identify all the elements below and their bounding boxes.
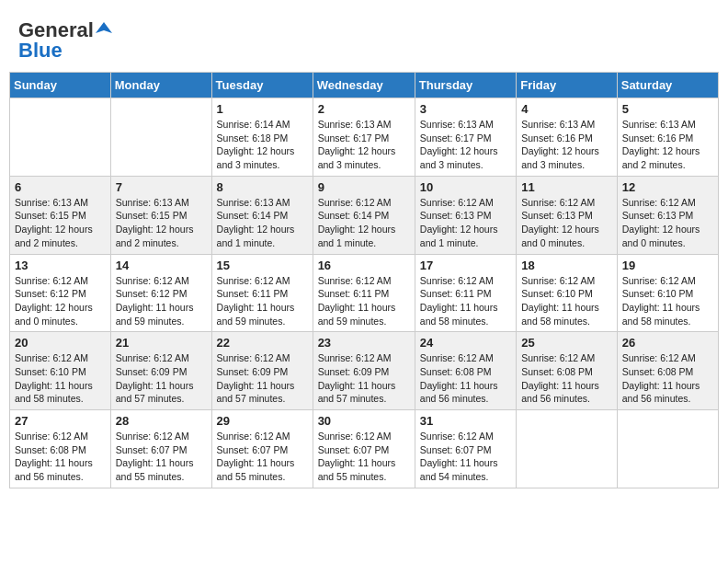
- calendar-cell: 25Sunrise: 6:12 AM Sunset: 6:08 PM Dayli…: [517, 332, 618, 410]
- day-info: Sunrise: 6:12 AM Sunset: 6:08 PM Dayligh…: [15, 430, 106, 484]
- day-number: 30: [318, 414, 410, 428]
- calendar-table: SundayMondayTuesdayWednesdayThursdayFrid…: [9, 72, 719, 488]
- logo-blue-text: Blue: [18, 39, 63, 63]
- calendar-cell: 18Sunrise: 6:12 AM Sunset: 6:10 PM Dayli…: [517, 254, 618, 332]
- day-number: 4: [521, 102, 612, 116]
- calendar-cell: 8Sunrise: 6:13 AM Sunset: 6:14 PM Daylig…: [211, 176, 313, 254]
- calendar-cell: 27Sunrise: 6:12 AM Sunset: 6:08 PM Dayli…: [10, 410, 111, 488]
- calendar-cell: 4Sunrise: 6:13 AM Sunset: 6:16 PM Daylig…: [517, 98, 618, 177]
- day-info: Sunrise: 6:14 AM Sunset: 6:18 PM Dayligh…: [217, 118, 308, 172]
- day-info: Sunrise: 6:12 AM Sunset: 6:10 PM Dayligh…: [521, 274, 612, 328]
- day-header-friday: Friday: [517, 73, 618, 98]
- calendar-cell: 7Sunrise: 6:13 AM Sunset: 6:15 PM Daylig…: [110, 176, 211, 254]
- calendar-cell: 9Sunrise: 6:12 AM Sunset: 6:14 PM Daylig…: [313, 176, 415, 254]
- day-number: 25: [521, 336, 612, 350]
- day-number: 27: [15, 414, 106, 428]
- calendar-cell: 13Sunrise: 6:12 AM Sunset: 6:12 PM Dayli…: [10, 254, 111, 332]
- day-number: 8: [217, 180, 308, 194]
- day-info: Sunrise: 6:13 AM Sunset: 6:16 PM Dayligh…: [521, 118, 612, 172]
- day-info: Sunrise: 6:12 AM Sunset: 6:13 PM Dayligh…: [622, 196, 713, 250]
- calendar-cell: 10Sunrise: 6:12 AM Sunset: 6:13 PM Dayli…: [415, 176, 516, 254]
- day-info: Sunrise: 6:13 AM Sunset: 6:17 PM Dayligh…: [420, 118, 511, 172]
- day-header-thursday: Thursday: [415, 73, 516, 98]
- calendar-cell: [517, 410, 618, 488]
- day-info: Sunrise: 6:12 AM Sunset: 6:08 PM Dayligh…: [521, 351, 612, 406]
- header: General Blue: [9, 9, 719, 67]
- svg-marker-0: [96, 22, 112, 33]
- day-number: 15: [217, 259, 308, 272]
- day-number: 23: [318, 336, 410, 350]
- day-info: Sunrise: 6:12 AM Sunset: 6:13 PM Dayligh…: [420, 196, 511, 250]
- calendar-cell: 2Sunrise: 6:13 AM Sunset: 6:17 PM Daylig…: [313, 98, 415, 177]
- calendar-week-5: 27Sunrise: 6:12 AM Sunset: 6:08 PM Dayli…: [10, 410, 719, 488]
- day-header-tuesday: Tuesday: [211, 73, 313, 98]
- day-number: 7: [116, 180, 207, 194]
- calendar-cell: 3Sunrise: 6:13 AM Sunset: 6:17 PM Daylig…: [415, 98, 516, 177]
- day-number: 9: [318, 180, 410, 194]
- day-info: Sunrise: 6:12 AM Sunset: 6:08 PM Dayligh…: [622, 351, 713, 406]
- calendar-cell: 26Sunrise: 6:12 AM Sunset: 6:08 PM Dayli…: [617, 332, 718, 410]
- day-number: 11: [521, 180, 612, 194]
- day-info: Sunrise: 6:12 AM Sunset: 6:07 PM Dayligh…: [217, 430, 308, 484]
- day-header-monday: Monday: [110, 73, 211, 98]
- day-info: Sunrise: 6:12 AM Sunset: 6:11 PM Dayligh…: [318, 274, 410, 328]
- day-number: 6: [15, 180, 106, 194]
- calendar-cell: [10, 98, 111, 177]
- day-info: Sunrise: 6:12 AM Sunset: 6:13 PM Dayligh…: [521, 196, 612, 250]
- day-info: Sunrise: 6:12 AM Sunset: 6:08 PM Dayligh…: [420, 351, 511, 406]
- calendar-cell: 29Sunrise: 6:12 AM Sunset: 6:07 PM Dayli…: [211, 410, 313, 488]
- day-number: 3: [420, 102, 511, 116]
- day-info: Sunrise: 6:12 AM Sunset: 6:09 PM Dayligh…: [116, 351, 207, 406]
- day-number: 22: [217, 336, 308, 350]
- day-info: Sunrise: 6:12 AM Sunset: 6:12 PM Dayligh…: [116, 274, 207, 328]
- day-number: 13: [15, 259, 106, 272]
- day-number: 12: [622, 180, 713, 194]
- calendar-cell: 12Sunrise: 6:12 AM Sunset: 6:13 PM Dayli…: [617, 176, 718, 254]
- calendar-cell: 17Sunrise: 6:12 AM Sunset: 6:11 PM Dayli…: [415, 254, 516, 332]
- day-info: Sunrise: 6:12 AM Sunset: 6:07 PM Dayligh…: [116, 430, 207, 484]
- calendar-cell: 21Sunrise: 6:12 AM Sunset: 6:09 PM Dayli…: [110, 332, 211, 410]
- calendar-cell: 31Sunrise: 6:12 AM Sunset: 6:07 PM Dayli…: [415, 410, 516, 488]
- day-header-saturday: Saturday: [617, 73, 718, 98]
- day-number: 16: [318, 259, 410, 272]
- calendar-cell: 1Sunrise: 6:14 AM Sunset: 6:18 PM Daylig…: [211, 98, 313, 177]
- logo-bird-icon: [96, 20, 112, 37]
- day-info: Sunrise: 6:12 AM Sunset: 6:10 PM Dayligh…: [622, 274, 713, 328]
- day-number: 18: [521, 259, 612, 272]
- day-number: 20: [15, 336, 106, 350]
- calendar-cell: [110, 98, 211, 177]
- calendar-cell: 14Sunrise: 6:12 AM Sunset: 6:12 PM Dayli…: [110, 254, 211, 332]
- calendar-cell: 19Sunrise: 6:12 AM Sunset: 6:10 PM Dayli…: [617, 254, 718, 332]
- day-number: 28: [116, 414, 207, 428]
- day-number: 29: [217, 414, 308, 428]
- day-number: 1: [217, 102, 308, 116]
- calendar-cell: 20Sunrise: 6:12 AM Sunset: 6:10 PM Dayli…: [10, 332, 111, 410]
- calendar-week-1: 1Sunrise: 6:14 AM Sunset: 6:18 PM Daylig…: [10, 98, 719, 177]
- calendar-header-row: SundayMondayTuesdayWednesdayThursdayFrid…: [10, 73, 719, 98]
- day-info: Sunrise: 6:13 AM Sunset: 6:16 PM Dayligh…: [622, 118, 713, 172]
- calendar-cell: 30Sunrise: 6:12 AM Sunset: 6:07 PM Dayli…: [313, 410, 415, 488]
- calendar-cell: 6Sunrise: 6:13 AM Sunset: 6:15 PM Daylig…: [10, 176, 111, 254]
- calendar-cell: 24Sunrise: 6:12 AM Sunset: 6:08 PM Dayli…: [415, 332, 516, 410]
- calendar-cell: 16Sunrise: 6:12 AM Sunset: 6:11 PM Dayli…: [313, 254, 415, 332]
- calendar-cell: 22Sunrise: 6:12 AM Sunset: 6:09 PM Dayli…: [211, 332, 313, 410]
- calendar-week-4: 20Sunrise: 6:12 AM Sunset: 6:10 PM Dayli…: [10, 332, 719, 410]
- calendar-cell: 5Sunrise: 6:13 AM Sunset: 6:16 PM Daylig…: [617, 98, 718, 177]
- day-number: 14: [116, 259, 207, 272]
- calendar-cell: 28Sunrise: 6:12 AM Sunset: 6:07 PM Dayli…: [110, 410, 211, 488]
- day-info: Sunrise: 6:12 AM Sunset: 6:07 PM Dayligh…: [318, 430, 410, 484]
- calendar-cell: 11Sunrise: 6:12 AM Sunset: 6:13 PM Dayli…: [517, 176, 618, 254]
- day-info: Sunrise: 6:13 AM Sunset: 6:15 PM Dayligh…: [116, 196, 207, 250]
- calendar-cell: [617, 410, 718, 488]
- day-number: 24: [420, 336, 511, 350]
- day-header-wednesday: Wednesday: [313, 73, 415, 98]
- day-info: Sunrise: 6:12 AM Sunset: 6:09 PM Dayligh…: [318, 351, 410, 406]
- day-number: 2: [318, 102, 410, 116]
- calendar-cell: 23Sunrise: 6:12 AM Sunset: 6:09 PM Dayli…: [313, 332, 415, 410]
- day-number: 21: [116, 336, 207, 350]
- day-info: Sunrise: 6:12 AM Sunset: 6:14 PM Dayligh…: [318, 196, 410, 250]
- day-info: Sunrise: 6:12 AM Sunset: 6:12 PM Dayligh…: [15, 274, 106, 328]
- calendar-week-2: 6Sunrise: 6:13 AM Sunset: 6:15 PM Daylig…: [10, 176, 719, 254]
- day-number: 26: [622, 336, 713, 350]
- day-number: 5: [622, 102, 713, 116]
